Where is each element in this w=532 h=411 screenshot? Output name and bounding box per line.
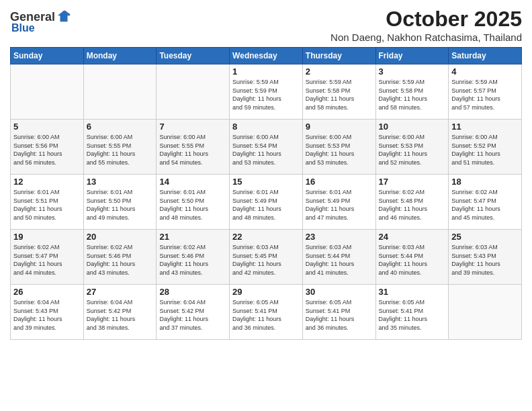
calendar-cell: 31Sunrise: 6:05 AM Sunset: 5:41 PM Dayli… — [375, 285, 449, 340]
calendar-cell: 13Sunrise: 6:01 AM Sunset: 5:50 PM Dayli… — [83, 175, 157, 230]
day-info: Sunrise: 6:05 AM Sunset: 5:41 PM Dayligh… — [232, 298, 300, 332]
calendar-cell: 9Sunrise: 6:00 AM Sunset: 5:53 PM Daylig… — [302, 120, 375, 175]
day-info: Sunrise: 6:00 AM Sunset: 5:55 PM Dayligh… — [87, 133, 154, 167]
page-container: General Blue October 2025 Non Daeng, Nak… — [0, 0, 532, 343]
calendar-cell: 16Sunrise: 6:01 AM Sunset: 5:49 PM Dayli… — [302, 175, 375, 230]
calendar-week-row: 26Sunrise: 6:04 AM Sunset: 5:43 PM Dayli… — [11, 285, 522, 340]
day-number: 16 — [306, 177, 373, 187]
calendar-cell: 11Sunrise: 6:00 AM Sunset: 5:52 PM Dayli… — [449, 120, 522, 175]
day-info: Sunrise: 5:59 AM Sunset: 5:58 PM Dayligh… — [306, 78, 373, 111]
calendar-weekday-friday: Friday — [375, 48, 449, 64]
location-title: Non Daeng, Nakhon Ratchasima, Thailand — [330, 32, 522, 43]
day-info: Sunrise: 6:04 AM Sunset: 5:42 PM Dayligh… — [159, 298, 226, 332]
day-info: Sunrise: 6:02 AM Sunset: 5:46 PM Dayligh… — [159, 243, 226, 277]
day-number: 10 — [379, 122, 446, 132]
day-number: 7 — [159, 122, 226, 132]
day-number: 20 — [87, 232, 154, 242]
calendar-cell: 26Sunrise: 6:04 AM Sunset: 5:43 PM Dayli… — [11, 285, 84, 340]
day-info: Sunrise: 6:02 AM Sunset: 5:46 PM Dayligh… — [87, 243, 154, 277]
day-info: Sunrise: 6:01 AM Sunset: 5:51 PM Dayligh… — [13, 188, 81, 222]
day-info: Sunrise: 6:05 AM Sunset: 5:41 PM Dayligh… — [306, 298, 373, 332]
calendar-weekday-thursday: Thursday — [302, 48, 375, 64]
calendar-cell: 24Sunrise: 6:03 AM Sunset: 5:44 PM Dayli… — [375, 230, 449, 285]
calendar-week-row: 12Sunrise: 6:01 AM Sunset: 5:51 PM Dayli… — [11, 175, 522, 230]
svg-marker-0 — [58, 11, 70, 22]
day-info: Sunrise: 6:02 AM Sunset: 5:47 PM Dayligh… — [13, 243, 81, 277]
day-number: 23 — [306, 232, 373, 242]
calendar-cell: 22Sunrise: 6:03 AM Sunset: 5:45 PM Dayli… — [230, 230, 303, 285]
day-number: 4 — [451, 66, 519, 77]
calendar-cell — [83, 64, 157, 120]
header-area: General Blue October 2025 Non Daeng, Nak… — [10, 7, 522, 43]
title-area: October 2025 Non Daeng, Nakhon Ratchasim… — [330, 7, 522, 43]
day-number: 26 — [13, 287, 81, 297]
calendar-cell: 12Sunrise: 6:01 AM Sunset: 5:51 PM Dayli… — [11, 175, 84, 230]
day-number: 14 — [159, 177, 226, 187]
day-info: Sunrise: 5:59 AM Sunset: 5:57 PM Dayligh… — [451, 78, 519, 111]
calendar-cell: 4Sunrise: 5:59 AM Sunset: 5:57 PM Daylig… — [449, 64, 522, 120]
calendar-week-row: 1Sunrise: 5:59 AM Sunset: 5:59 PM Daylig… — [11, 64, 522, 120]
day-info: Sunrise: 5:59 AM Sunset: 5:58 PM Dayligh… — [379, 78, 446, 111]
day-number: 28 — [159, 287, 226, 297]
calendar-cell: 27Sunrise: 6:04 AM Sunset: 5:42 PM Dayli… — [83, 285, 157, 340]
day-info: Sunrise: 6:01 AM Sunset: 5:49 PM Dayligh… — [306, 188, 373, 222]
day-number: 12 — [13, 177, 81, 187]
day-info: Sunrise: 6:03 AM Sunset: 5:45 PM Dayligh… — [232, 243, 300, 277]
logo-blue-text: Blue — [11, 22, 35, 34]
day-info: Sunrise: 6:02 AM Sunset: 5:48 PM Dayligh… — [379, 188, 446, 222]
day-number: 19 — [13, 232, 81, 242]
day-number: 29 — [232, 287, 300, 297]
calendar-header-row: SundayMondayTuesdayWednesdayThursdayFrid… — [11, 48, 522, 64]
calendar-table: SundayMondayTuesdayWednesdayThursdayFrid… — [10, 47, 522, 340]
day-info: Sunrise: 6:00 AM Sunset: 5:53 PM Dayligh… — [306, 133, 373, 167]
calendar-cell: 21Sunrise: 6:02 AM Sunset: 5:46 PM Dayli… — [157, 230, 230, 285]
calendar-week-row: 5Sunrise: 6:00 AM Sunset: 5:56 PM Daylig… — [11, 120, 522, 175]
day-number: 5 — [13, 122, 81, 132]
calendar-cell: 19Sunrise: 6:02 AM Sunset: 5:47 PM Dayli… — [11, 230, 84, 285]
day-info: Sunrise: 6:03 AM Sunset: 5:44 PM Dayligh… — [306, 243, 373, 277]
day-info: Sunrise: 5:59 AM Sunset: 5:59 PM Dayligh… — [232, 78, 300, 111]
calendar-cell: 3Sunrise: 5:59 AM Sunset: 5:58 PM Daylig… — [375, 64, 449, 120]
calendar-cell: 5Sunrise: 6:00 AM Sunset: 5:56 PM Daylig… — [11, 120, 84, 175]
day-number: 11 — [451, 122, 519, 132]
day-info: Sunrise: 6:03 AM Sunset: 5:44 PM Dayligh… — [379, 243, 446, 277]
calendar-weekday-wednesday: Wednesday — [230, 48, 303, 64]
calendar-cell — [449, 285, 522, 340]
day-number: 22 — [232, 232, 300, 242]
day-info: Sunrise: 6:01 AM Sunset: 5:50 PM Dayligh… — [87, 188, 154, 222]
calendar-week-row: 19Sunrise: 6:02 AM Sunset: 5:47 PM Dayli… — [11, 230, 522, 285]
calendar-weekday-monday: Monday — [83, 48, 157, 64]
calendar-cell: 17Sunrise: 6:02 AM Sunset: 5:48 PM Dayli… — [375, 175, 449, 230]
calendar-cell: 29Sunrise: 6:05 AM Sunset: 5:41 PM Dayli… — [230, 285, 303, 340]
day-number: 15 — [232, 177, 300, 187]
day-number: 17 — [379, 177, 446, 187]
calendar-cell: 15Sunrise: 6:01 AM Sunset: 5:49 PM Dayli… — [230, 175, 303, 230]
calendar-cell: 1Sunrise: 5:59 AM Sunset: 5:59 PM Daylig… — [230, 64, 303, 120]
calendar-cell: 18Sunrise: 6:02 AM Sunset: 5:47 PM Dayli… — [449, 175, 522, 230]
day-info: Sunrise: 6:04 AM Sunset: 5:42 PM Dayligh… — [87, 298, 154, 332]
day-number: 6 — [87, 122, 154, 132]
day-info: Sunrise: 6:00 AM Sunset: 5:53 PM Dayligh… — [379, 133, 446, 167]
calendar-cell: 14Sunrise: 6:01 AM Sunset: 5:50 PM Dayli… — [157, 175, 230, 230]
day-info: Sunrise: 6:00 AM Sunset: 5:52 PM Dayligh… — [451, 133, 519, 167]
day-number: 21 — [159, 232, 226, 242]
day-info: Sunrise: 6:00 AM Sunset: 5:55 PM Dayligh… — [159, 133, 226, 167]
calendar-cell: 6Sunrise: 6:00 AM Sunset: 5:55 PM Daylig… — [83, 120, 157, 175]
calendar-weekday-tuesday: Tuesday — [157, 48, 230, 64]
calendar-cell: 20Sunrise: 6:02 AM Sunset: 5:46 PM Dayli… — [83, 230, 157, 285]
calendar-cell: 7Sunrise: 6:00 AM Sunset: 5:55 PM Daylig… — [157, 120, 230, 175]
calendar-cell — [157, 64, 230, 120]
day-info: Sunrise: 6:04 AM Sunset: 5:43 PM Dayligh… — [13, 298, 81, 332]
calendar-cell: 25Sunrise: 6:03 AM Sunset: 5:43 PM Dayli… — [449, 230, 522, 285]
calendar-cell: 8Sunrise: 6:00 AM Sunset: 5:54 PM Daylig… — [230, 120, 303, 175]
day-info: Sunrise: 6:00 AM Sunset: 5:56 PM Dayligh… — [13, 133, 81, 167]
day-number: 27 — [87, 287, 154, 297]
day-number: 18 — [451, 177, 519, 187]
calendar-cell: 10Sunrise: 6:00 AM Sunset: 5:53 PM Dayli… — [375, 120, 449, 175]
day-number: 30 — [306, 287, 373, 297]
day-number: 3 — [379, 66, 446, 77]
calendar-weekday-sunday: Sunday — [11, 48, 84, 64]
day-number: 8 — [232, 122, 300, 132]
calendar-weekday-saturday: Saturday — [449, 48, 522, 64]
day-number: 1 — [232, 66, 300, 77]
